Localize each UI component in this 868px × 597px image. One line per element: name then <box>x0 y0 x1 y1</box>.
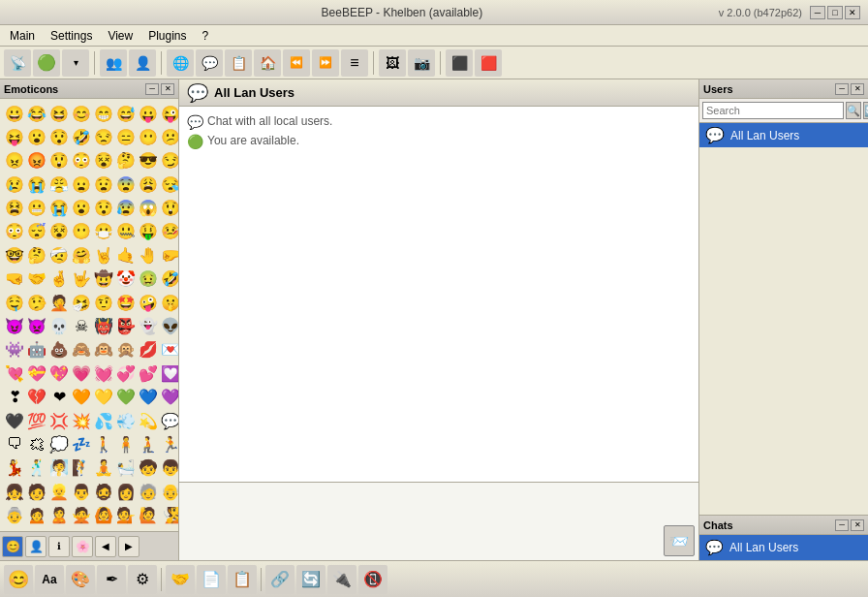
home-icon[interactable]: 🏠 <box>254 49 281 77</box>
emoticon-cell[interactable]: 🚶 <box>93 433 114 455</box>
emoticon-cell[interactable]: 🤝 <box>26 268 47 290</box>
emoticon-cell[interactable]: 🙋 <box>138 505 159 526</box>
emoticon-cell[interactable]: 😑 <box>115 126 137 147</box>
emoticon-cell[interactable]: 💤 <box>71 433 92 455</box>
emoticon-cell[interactable]: 👴 <box>160 481 178 502</box>
emoticon-cell[interactable]: 😕 <box>160 126 178 147</box>
emoticon-cell[interactable]: 🤠 <box>93 268 114 290</box>
emoticon-cell[interactable]: 💁 <box>115 505 137 526</box>
emoticon-cell[interactable]: ☠ <box>71 315 92 336</box>
emoticon-cell[interactable]: 😵 <box>93 150 114 172</box>
chat-icon[interactable]: 💬 <box>196 49 223 77</box>
emoticon-cell[interactable]: 👧 <box>4 481 25 502</box>
emoticon-cell[interactable]: 👵 <box>4 505 25 526</box>
emoticon-cell[interactable]: 🧔 <box>93 481 114 502</box>
plugin1-icon[interactable]: ⬛ <box>446 49 473 77</box>
emoticon-cell[interactable]: 👹 <box>93 315 114 336</box>
clipboard-btn[interactable]: 📋 <box>228 565 257 594</box>
emoticon-cell[interactable]: 💜 <box>160 387 178 408</box>
emoticon-cell[interactable]: 😭 <box>26 173 47 195</box>
emoticon-cell[interactable]: 😀 <box>4 103 25 124</box>
forward-icon[interactable]: ⏩ <box>312 49 339 77</box>
emoticon-cell[interactable]: 🤔 <box>115 150 137 172</box>
emoticon-cell[interactable]: 😴 <box>26 221 47 242</box>
emoticon-cell[interactable]: 😮 <box>26 126 47 147</box>
emoticon-cell[interactable]: 🤞 <box>48 268 70 290</box>
emoticon-cell[interactable]: 👻 <box>138 315 159 336</box>
users-search-input[interactable] <box>702 102 844 119</box>
user-item-all-lan[interactable]: 💬 All Lan Users <box>699 123 868 147</box>
network-icon[interactable]: 🌐 <box>167 49 194 77</box>
emoticon-cell[interactable]: 🤩 <box>115 292 137 313</box>
emoticon-cell[interactable]: 😁 <box>93 103 114 124</box>
emoticon-cell[interactable]: 🛀 <box>115 457 137 479</box>
emoticon-cell[interactable]: ❤ <box>48 387 70 408</box>
smiley-status-btn[interactable]: 😊 <box>4 565 33 594</box>
emoticon-cell[interactable]: 💛 <box>93 387 114 408</box>
emoticon-cell[interactable]: 🏃 <box>160 433 178 455</box>
menu-main[interactable]: Main <box>4 27 41 45</box>
emoticons-minimize-btn[interactable]: ─ <box>145 83 159 95</box>
emoticon-cell[interactable]: 👱 <box>48 481 70 502</box>
emoticon-cell[interactable]: 🤖 <box>26 339 47 361</box>
disconnect-btn[interactable]: 📵 <box>358 565 388 594</box>
chats-minimize-btn[interactable]: ─ <box>835 519 849 531</box>
flower-tab[interactable]: 🌸 <box>72 536 93 557</box>
dropdown-icon[interactable]: ▾ <box>62 49 89 77</box>
emoticon-cell[interactable]: 💘 <box>4 362 25 384</box>
back-icon[interactable]: ⏪ <box>283 49 310 77</box>
emoticon-cell[interactable]: 🤔 <box>26 244 47 266</box>
chats-close-btn[interactable]: ✕ <box>851 519 864 531</box>
emoticon-cell[interactable]: 🤣 <box>71 126 92 147</box>
emoticon-cell[interactable]: 🗨 <box>4 433 25 455</box>
emoticon-cell[interactable]: 😶 <box>138 126 159 147</box>
emoticon-cell[interactable]: 😝 <box>4 126 25 147</box>
users-refresh-button[interactable]: 🔄 <box>863 102 868 119</box>
adduser-icon[interactable]: 👤 <box>129 49 156 77</box>
emoticon-cell[interactable]: 💕 <box>138 362 159 384</box>
emoticon-cell[interactable]: 😅 <box>115 103 137 124</box>
emoticon-cell[interactable]: 😪 <box>160 173 178 195</box>
emoticon-cell[interactable]: 🧖 <box>48 457 70 479</box>
emoticon-cell[interactable]: 🧘 <box>93 457 114 479</box>
emoticon-cell[interactable]: 🤤 <box>4 292 25 313</box>
emoticon-cell[interactable]: 😰 <box>115 198 137 219</box>
users-search-button[interactable]: 🔍 <box>846 102 861 119</box>
emoticon-cell[interactable]: 🧑 <box>26 481 47 502</box>
emoticon-cell[interactable]: 😵 <box>48 221 70 242</box>
emoticon-cell[interactable]: 🙈 <box>71 339 92 361</box>
emoticon-cell[interactable]: 😮 <box>71 198 92 219</box>
emoticon-cell[interactable]: 🤢 <box>138 268 159 290</box>
next-tab[interactable]: ▶ <box>118 536 140 557</box>
emoticon-cell[interactable]: 👾 <box>4 339 25 361</box>
emoticon-cell[interactable]: 🤓 <box>4 244 25 266</box>
menu-view[interactable]: View <box>102 27 139 45</box>
emoticon-cell[interactable]: 😧 <box>93 173 114 195</box>
emoticon-cell[interactable]: 💫 <box>138 410 159 431</box>
emoticon-cell[interactable]: 🧍 <box>115 433 137 455</box>
emoticon-cell[interactable]: 😆 <box>48 103 70 124</box>
emoticon-cell[interactable]: 🙍 <box>26 505 47 526</box>
emoticon-cell[interactable]: 💖 <box>48 362 70 384</box>
emoticon-cell[interactable]: 😡 <box>26 150 47 172</box>
emoticon-cell[interactable]: 🤐 <box>115 221 137 242</box>
emoticon-cell[interactable]: 💀 <box>48 315 70 336</box>
close-button[interactable]: ✕ <box>845 6 860 19</box>
emoticon-cell[interactable]: 🙎 <box>48 505 70 526</box>
emoticon-cell[interactable]: 🤟 <box>71 268 92 290</box>
menu-plugins[interactable]: Plugins <box>142 27 192 45</box>
emoticon-cell[interactable]: 🤒 <box>160 221 178 242</box>
emoticon-cell[interactable]: 💔 <box>26 387 47 408</box>
users-icon[interactable]: 👥 <box>100 49 127 77</box>
emoticon-cell[interactable]: 😢 <box>4 173 25 195</box>
emoticon-cell[interactable]: 🗯 <box>26 433 47 455</box>
emoticon-cell[interactable]: 🤚 <box>138 244 159 266</box>
emoticon-cell[interactable]: 😫 <box>4 198 25 219</box>
emoticon-cell[interactable]: 💋 <box>138 339 159 361</box>
emoticon-cell[interactable]: 🤧 <box>71 292 92 313</box>
emoticon-cell[interactable]: 🤦 <box>48 292 70 313</box>
emoticon-cell[interactable]: 🧎 <box>138 433 159 455</box>
emoticon-cell[interactable]: 🤗 <box>71 244 92 266</box>
emoticon-cell[interactable]: 🤛 <box>160 244 178 266</box>
chat-input[interactable] <box>179 483 698 560</box>
